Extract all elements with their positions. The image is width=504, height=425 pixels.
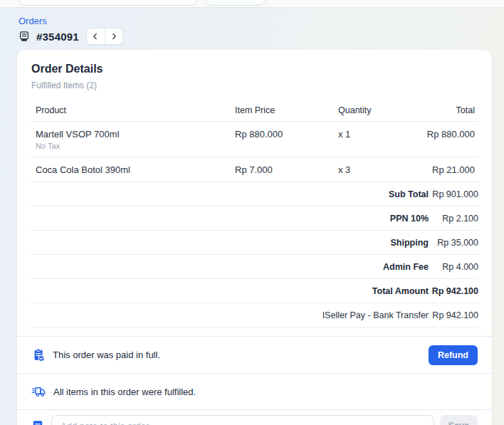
fulfillment-status-message: All items in this order were fulfilled. <box>53 387 196 397</box>
top-bar <box>0 0 504 8</box>
delivery-truck-icon <box>31 385 46 398</box>
product-tax-note: No Tax <box>36 142 230 150</box>
summary-row-admin-fee: Admin Fee Rp 4.000 <box>31 255 478 279</box>
summary-row-tax: PPN 10% Rp 2.100 <box>31 206 478 231</box>
summary-label: PPN 10% <box>390 214 429 224</box>
table-row: Coca Cola Botol 390ml Rp 7.000 x 3 Rp 21… <box>31 157 478 182</box>
summary-label: Sub Total <box>389 189 429 199</box>
summary-value: Rp 942.100 <box>429 310 478 320</box>
summary-value: Rp 2.100 <box>429 214 478 224</box>
col-total: Total <box>404 105 478 115</box>
fulfilled-items-count: Fulfilled Items (2) <box>31 80 478 90</box>
summary-row-payment-method: ISeller Pay - Bank Transfer Rp 942.100 <box>31 303 478 327</box>
order-items-table: Product Item Price Quantity Total Martel… <box>31 101 478 327</box>
summary-label: Total Amount <box>372 286 429 296</box>
item-total: Rp 880.000 <box>404 129 478 140</box>
clipboard-check-icon <box>31 347 46 362</box>
order-note-section: Save <box>17 409 492 425</box>
table-header-row: Product Item Price Quantity Total <box>31 101 478 122</box>
item-price: Rp 7.000 <box>230 164 333 175</box>
summary-label: Shipping <box>391 238 429 248</box>
note-icon <box>31 419 44 425</box>
payment-status-message: This order was paid in full. <box>53 350 160 360</box>
summary-value: Rp 35.000 <box>429 238 478 248</box>
summary-value: Rp 4.000 <box>429 262 478 272</box>
fulfillment-status-section: All items in this order were fulfilled. <box>17 373 492 409</box>
order-pager <box>86 28 123 45</box>
summary-row-subtotal: Sub Total Rp 901.000 <box>31 182 478 206</box>
order-header: #354091 <box>18 28 123 45</box>
col-product: Product <box>31 105 230 115</box>
refund-button[interactable]: Refund <box>429 345 478 365</box>
item-price: Rp 880.000 <box>230 129 333 140</box>
summary-value: Rp 942.100 <box>429 286 478 296</box>
summary-row-total-amount: Total Amount Rp 942.100 <box>31 279 478 303</box>
order-note-input[interactable] <box>51 415 434 425</box>
item-quantity: x 1 <box>333 129 404 140</box>
breadcrumb-orders-link[interactable]: Orders <box>19 16 47 26</box>
summary-value: Rp 901.000 <box>429 189 478 199</box>
col-item-price: Item Price <box>230 105 333 115</box>
summary-row-shipping: Shipping Rp 35.000 <box>31 231 478 255</box>
product-name: Coca Cola Botol 390ml <box>36 164 230 175</box>
item-total: Rp 21.000 <box>404 164 478 175</box>
next-order-button[interactable] <box>105 28 122 44</box>
toolbar-button[interactable] <box>205 0 266 6</box>
search-input[interactable] <box>19 0 198 6</box>
item-quantity: x 3 <box>333 164 404 175</box>
order-id: #354091 <box>36 31 79 43</box>
product-name: Martell VSOP 700ml <box>36 129 230 140</box>
table-row: Martell VSOP 700ml No Tax Rp 880.000 x 1… <box>31 122 478 157</box>
col-quantity: Quantity <box>333 105 404 115</box>
save-note-button[interactable]: Save <box>440 415 478 425</box>
page-title: Order Details <box>31 63 478 75</box>
receipt-icon <box>18 30 31 43</box>
summary-label: ISeller Pay - Bank Transfer <box>322 310 429 320</box>
payment-status-section: This order was paid in full. Refund <box>17 336 492 373</box>
summary-label: Admin Fee <box>383 262 429 272</box>
order-details-card: Order Details Fulfilled Items (2) Produc… <box>17 50 492 425</box>
prev-order-button[interactable] <box>87 28 105 44</box>
